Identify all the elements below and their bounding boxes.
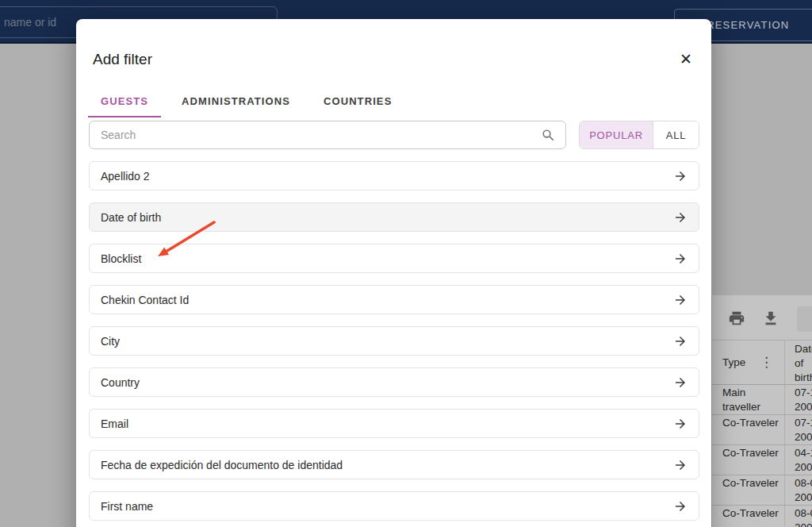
filter-item-first-name[interactable]: First name (89, 491, 699, 521)
arrow-right-icon (673, 252, 688, 266)
filter-item-label: Date of birth (101, 211, 161, 224)
arrow-right-icon (673, 375, 688, 390)
modal-title: Add filter (93, 51, 152, 68)
popular-button[interactable]: POPULAR (580, 121, 653, 148)
tab-guests[interactable]: GUESTS (88, 87, 161, 117)
arrow-right-icon (673, 417, 688, 431)
search-icon (541, 128, 556, 143)
filter-item-label: Blocklist (101, 252, 141, 265)
arrow-right-icon (673, 293, 688, 307)
modal-tabs: GUESTS ADMINISTRATIONS COUNTRIES (88, 87, 404, 117)
filter-item-blocklist[interactable]: Blocklist (89, 244, 699, 273)
filter-item-email[interactable]: Email (89, 409, 699, 438)
arrow-right-icon (673, 169, 688, 183)
add-filter-modal: Add filter ✕ GUESTS ADMINISTRATIONS COUN… (76, 19, 711, 527)
filter-item-fecha-expedicion[interactable]: Fecha de expedición del documento de ide… (89, 450, 699, 479)
filter-list: Apellido 2 Date of birth Blocklist Cheki… (89, 161, 699, 527)
filter-item-city[interactable]: City (89, 326, 699, 356)
arrow-right-icon (673, 210, 688, 225)
all-button[interactable]: ALL (653, 121, 699, 148)
filter-item-chekin-contact-id[interactable]: Chekin Contact Id (89, 285, 699, 314)
filter-item-label: Country (101, 376, 140, 389)
filter-search-box[interactable] (89, 121, 566, 149)
filter-item-label: First name (101, 500, 153, 513)
filter-item-date-of-birth[interactable]: Date of birth (89, 202, 699, 232)
close-icon[interactable]: ✕ (675, 48, 697, 70)
filter-item-label: Chekin Contact Id (101, 294, 189, 306)
filter-item-label: Email (101, 417, 128, 430)
filter-item-country[interactable]: Country (89, 367, 699, 397)
tab-countries[interactable]: COUNTRIES (311, 87, 404, 117)
arrow-right-icon (673, 499, 688, 514)
tab-administrations[interactable]: ADMINISTRATIONS (169, 87, 303, 117)
filter-item-label: Fecha de expedición del documento de ide… (101, 459, 343, 471)
filter-item-label: City (101, 335, 120, 348)
filter-search-input[interactable] (90, 121, 565, 148)
page: EW RESERVATION Type ⋮ Date of birth Main… (0, 0, 812, 527)
popularity-toggle: POPULAR ALL (579, 121, 699, 149)
arrow-right-icon (673, 458, 688, 472)
filter-item-apellido-2[interactable]: Apellido 2 (89, 161, 699, 190)
arrow-right-icon (673, 334, 688, 348)
filter-item-label: Apellido 2 (101, 170, 150, 183)
